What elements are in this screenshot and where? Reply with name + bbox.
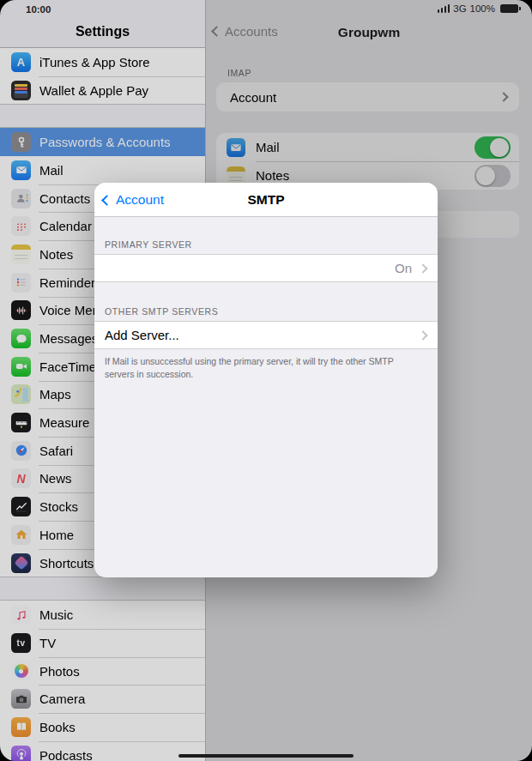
toggle-knob	[476, 166, 495, 185]
chevron-right-icon	[418, 263, 427, 273]
mail-toggle[interactable]	[475, 136, 511, 159]
sidebar-item-label: Notes	[39, 247, 73, 262]
sidebar-item-mail[interactable]: Mail	[0, 156, 205, 184]
calendar-icon	[11, 216, 31, 236]
sidebar-item-label: Wallet & Apple Pay	[39, 83, 148, 98]
app-row-label: Mail	[256, 140, 475, 154]
mail-icon	[227, 138, 245, 157]
primary-server-row[interactable]: On	[94, 254, 438, 282]
home-indicator[interactable]	[178, 754, 354, 758]
shortcuts-icon	[11, 553, 31, 573]
chevron-right-icon	[499, 92, 508, 101]
sidebar-item-label: Messages	[39, 331, 98, 346]
sidebar-item-label: Camera	[39, 692, 85, 706]
sidebar-item-itunes-app-store[interactable]: AiTunes & App Store	[0, 48, 205, 76]
sidebar-item-label: iTunes & App Store	[39, 55, 150, 69]
ipad-screen: 10:00 3G 100% Settings AiTunes & App Sto…	[0, 0, 532, 761]
sidebar-item-podcasts[interactable]: Podcasts	[0, 741, 205, 761]
notes-icon	[11, 245, 31, 264]
sidebar-item-camera[interactable]: Camera	[0, 685, 205, 713]
sidebar-item-photos[interactable]: Photos	[0, 657, 205, 686]
facetime-icon	[11, 357, 31, 377]
mail-icon	[11, 160, 31, 180]
sidebar-item-label: Mail	[39, 163, 63, 178]
smtp-footer-note: If Mail is unsuccessful using the primar…	[105, 355, 422, 380]
other-servers-section-label: OTHER SMTP SERVERS	[105, 306, 424, 317]
sidebar-item-label: Maps	[39, 387, 71, 402]
books-icon	[11, 717, 31, 737]
status-bar: 10:00 3G 100%	[0, 0, 532, 21]
smtp-modal: Account SMTP PRIMARY SERVER On OTHER SMT…	[94, 183, 438, 577]
photos-icon	[11, 661, 31, 681]
sidebar-group: MusictvTVPhotosCameraBooksPodcasts	[0, 600, 205, 761]
podcasts-icon	[11, 746, 31, 761]
clock: 10:00	[26, 4, 51, 15]
smtp-modal-header: Account SMTP	[94, 183, 438, 217]
sidebar-item-label: Measure	[39, 415, 89, 430]
reminders-icon	[11, 273, 31, 293]
sidebar-item-label: FaceTime	[39, 359, 96, 374]
sidebar-item-label: News	[39, 471, 72, 486]
sidebar-item-books[interactable]: Books	[0, 713, 205, 741]
tv-icon: tv	[11, 633, 31, 653]
sidebar-item-label: Stocks	[39, 499, 78, 514]
sidebar-item-label: Reminders	[39, 275, 102, 290]
smtp-modal-title: SMTP	[94, 183, 438, 217]
maps-icon	[11, 384, 31, 404]
notes-toggle[interactable]	[475, 165, 511, 187]
account-row[interactable]: Account	[216, 82, 519, 112]
home-icon	[11, 525, 31, 545]
sidebar-item-label: Shortcuts	[39, 556, 94, 571]
imap-section-label: IMAP	[227, 68, 251, 78]
sidebar-item-passwords-accounts[interactable]: Passwords & Accounts	[0, 128, 205, 156]
sidebar-item-label: Calendar	[39, 219, 92, 233]
sidebar-item-label: Safari	[39, 444, 73, 458]
network-type: 3G	[453, 3, 466, 14]
page-title: Groupwm	[206, 25, 532, 40]
toggle-knob	[490, 138, 509, 157]
camera-icon	[11, 689, 31, 709]
primary-server-status: On	[395, 261, 412, 275]
battery-icon	[500, 4, 518, 14]
app-store-icon: A	[11, 52, 31, 72]
app-row-label: Notes	[256, 168, 475, 183]
sidebar-item-label: Podcasts	[39, 748, 93, 761]
account-apps-card: MailNotes	[216, 133, 519, 190]
sidebar-item-wallet-apple-pay[interactable]: Wallet & Apple Pay	[0, 76, 205, 105]
app-row-mail: Mail	[216, 133, 519, 161]
sidebar-group: AiTunes & App StoreWallet & Apple Pay	[0, 48, 205, 105]
music-icon	[11, 605, 31, 625]
sidebar-title: Settings	[76, 24, 130, 39]
contacts-icon	[11, 189, 31, 208]
sidebar-item-label: Photos	[39, 664, 80, 679]
measure-icon	[11, 413, 31, 432]
stocks-icon	[11, 497, 31, 516]
messages-icon	[11, 329, 31, 348]
sidebar-item-label: Books	[39, 720, 76, 734]
signal-strength-icon	[438, 4, 450, 13]
news-icon: N	[11, 468, 31, 488]
sidebar-item-label: Home	[39, 528, 74, 542]
battery-percent: 100%	[470, 3, 495, 14]
primary-server-section-label: PRIMARY SERVER	[105, 239, 424, 250]
sidebar-item-label: Passwords & Accounts	[39, 135, 171, 149]
sidebar-item-tv[interactable]: tvTV	[0, 629, 205, 657]
safari-icon	[11, 441, 31, 461]
voice-memos-icon	[11, 300, 31, 320]
sidebar-item-music[interactable]: Music	[0, 601, 205, 629]
wallet-icon	[11, 81, 31, 100]
chevron-right-icon	[418, 330, 427, 340]
sidebar-item-label: TV	[39, 636, 56, 650]
sidebar-item-label: Music	[39, 607, 73, 622]
key-icon	[11, 132, 31, 152]
add-server-row[interactable]: Add Server...	[94, 321, 438, 349]
sidebar-item-label: Contacts	[39, 191, 90, 206]
